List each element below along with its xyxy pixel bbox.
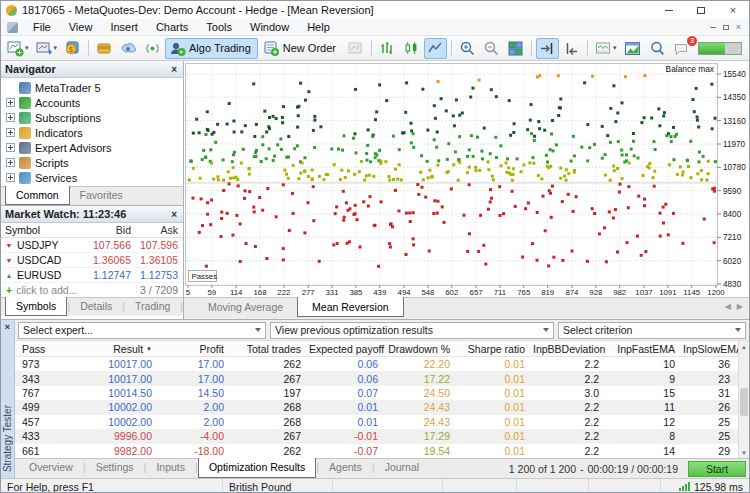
column-header-drawdown[interactable]: Drawdown % <box>386 343 458 355</box>
mdi-restore-button[interactable] <box>723 25 729 30</box>
tab-scroll-right-icon[interactable]: ▶ <box>737 302 743 311</box>
bar-chart-button[interactable] <box>376 38 399 59</box>
tree-item-accounts[interactable]: Accounts <box>1 95 183 110</box>
tile-windows-button[interactable] <box>504 38 527 59</box>
zoom-in-button[interactable] <box>456 38 479 59</box>
chart-shift-button[interactable] <box>536 38 559 59</box>
tester-tab-journal[interactable]: Journal <box>375 459 429 478</box>
tester-tab-inputs[interactable]: Inputs <box>146 459 195 478</box>
profiles-button[interactable]: ▾ <box>33 38 61 59</box>
tree-item-indicators[interactable]: Indicators <box>1 125 183 140</box>
notifications-button[interactable]: 3 <box>670 38 693 59</box>
result-row-pass-457[interactable]: 45710002.002.002680.0124.430.012.21225 <box>15 415 738 429</box>
column-header-profit[interactable]: Profit <box>160 343 232 355</box>
menu-insert[interactable]: Insert <box>101 20 147 34</box>
table-scrollbar[interactable]: ▲ ▼ <box>738 341 749 458</box>
line-chart-button[interactable] <box>424 38 447 59</box>
market-watch-row-usdjpy[interactable]: ▼USDJPY107.566107.596 <box>1 238 183 253</box>
menu-charts[interactable]: Charts <box>147 20 197 34</box>
expand-plus-icon[interactable] <box>6 173 15 182</box>
expand-plus-icon[interactable] <box>6 113 15 122</box>
chart-properties-button[interactable] <box>344 38 367 59</box>
column-header-result[interactable]: Result▼ <box>76 343 160 355</box>
start-button[interactable]: Start <box>688 461 746 477</box>
zoom-out-button[interactable] <box>480 38 503 59</box>
select-expert-dropdown[interactable]: Select expert... <box>18 322 266 339</box>
market-button[interactable]: $ <box>61 38 84 59</box>
column-symbol[interactable]: Symbol <box>1 224 75 236</box>
tester-tab-optimization-results[interactable]: Optimization Results <box>198 458 316 478</box>
chart-window-button[interactable] <box>621 38 644 59</box>
menu-window[interactable]: Window <box>241 20 298 34</box>
result-row-pass-433[interactable]: 4339996.00-4.00267-0.0117.290.012.2825 <box>15 429 738 443</box>
column-header-inpslowema[interactable]: InpSlowEMA <box>683 343 738 355</box>
algo-trading-button[interactable]: Algo Trading <box>165 38 258 59</box>
result-row-pass-973[interactable]: 97310017.0017.002620.0622.200.012.21036 <box>15 357 738 371</box>
auto-scroll-button[interactable] <box>560 38 583 59</box>
column-header-sharpe-ratio[interactable]: Sharpe ratio <box>458 343 533 355</box>
navigator-close-icon[interactable]: × <box>169 64 179 75</box>
strategy-tester-close-icon[interactable]: × <box>5 320 10 334</box>
menu-view[interactable]: View <box>60 20 102 34</box>
column-header-pass[interactable]: Pass <box>15 343 76 355</box>
tree-item-metatrader-5[interactable]: MetaTrader 5 <box>1 80 183 95</box>
result-row-pass-767[interactable]: 76710014.5014.501970.0724.500.013.01531 <box>15 386 738 400</box>
tester-tab-settings[interactable]: Settings <box>86 459 144 478</box>
connection-toggle[interactable] <box>698 42 742 55</box>
chart-tab-moving-average[interactable]: Moving Average <box>194 298 297 317</box>
tab-details[interactable]: Details <box>70 298 122 316</box>
menu-help[interactable]: Help <box>298 20 339 34</box>
result-row-pass-661[interactable]: 6619982.00-18.00262-0.0719.540.012.21429 <box>15 444 738 458</box>
close-button[interactable]: × <box>717 1 749 19</box>
tree-item-services[interactable]: Services <box>1 170 183 185</box>
scroll-down-icon[interactable]: ▼ <box>739 447 749 458</box>
tester-tab-overview[interactable]: Overview <box>19 459 83 478</box>
tab-common[interactable]: Common <box>5 186 70 205</box>
minimize-button[interactable] <box>653 1 685 19</box>
tab-scroll-left-icon[interactable]: ◀ <box>725 302 731 311</box>
expand-plus-icon[interactable] <box>6 98 15 107</box>
result-row-pass-499[interactable]: 49910002.002.002680.0124.430.012.21126 <box>15 400 738 414</box>
market-watch-row-eurusd[interactable]: ▲EURUSD1.127471.12753 <box>1 268 183 283</box>
mdi-close-button[interactable]: × <box>736 22 741 32</box>
scroll-up-icon[interactable]: ▲ <box>739 341 749 352</box>
candles-button[interactable] <box>400 38 423 59</box>
tab-trading[interactable]: Trading <box>125 298 180 316</box>
tester-tab-agents[interactable]: Agents <box>319 459 372 478</box>
column-header-expected-payoff[interactable]: Expected payoff <box>309 343 386 355</box>
column-header-inpfastema[interactable]: InpFastEMA <box>607 343 683 355</box>
tab-favorites[interactable]: Favorites <box>70 187 133 205</box>
new-chart-button[interactable]: ▾ <box>4 38 32 59</box>
column-header-total-trades[interactable]: Total trades <box>232 343 309 355</box>
tree-item-subscriptions[interactable]: Subscriptions <box>1 110 183 125</box>
menu-tools[interactable]: Tools <box>197 20 241 34</box>
tab-symbols[interactable]: Symbols <box>5 297 67 316</box>
scrollbar-track[interactable] <box>739 352 749 447</box>
tree-item-scripts[interactable]: Scripts <box>1 155 183 170</box>
expand-plus-icon[interactable] <box>6 128 15 137</box>
tree-item-expert-advisors[interactable]: Expert Advisors <box>1 140 183 155</box>
view-results-dropdown[interactable]: View previous optimization results <box>270 322 554 339</box>
search-button[interactable] <box>646 38 669 59</box>
new-order-button[interactable]: New Order <box>259 38 343 59</box>
market-watch-add-row[interactable]: + click to add... 3 / 7209 <box>1 283 183 297</box>
market-watch-row-usdcad[interactable]: ▼USDCAD1.360651.36105 <box>1 253 183 268</box>
column-ask[interactable]: Ask <box>131 224 183 236</box>
market-watch-close-icon[interactable]: × <box>169 209 179 220</box>
vps-button[interactable] <box>117 38 140 59</box>
menu-file[interactable]: File <box>24 20 60 34</box>
expand-plus-icon[interactable] <box>6 158 15 167</box>
chart-tab-mean-reversion[interactable]: Mean Reversion <box>297 297 403 317</box>
signals-button[interactable] <box>141 38 164 59</box>
expand-plus-icon[interactable] <box>6 143 15 152</box>
scrollbar-thumb[interactable] <box>740 388 748 416</box>
mdi-minimize-button[interactable] <box>710 27 716 28</box>
column-header-inpbbdeviation[interactable]: InpBBDeviation <box>533 343 607 355</box>
optimization-scatter-chart[interactable]: 1554014350131601197010780959084007210602… <box>184 61 750 297</box>
maximize-button[interactable] <box>685 1 717 19</box>
indicators-button[interactable]: ▾ <box>592 38 620 59</box>
column-bid[interactable]: Bid <box>75 224 131 236</box>
result-row-pass-343[interactable]: 34310017.0017.002670.0617.220.012.2923 <box>15 371 738 385</box>
deposit-button[interactable] <box>93 38 116 59</box>
select-criterion-dropdown[interactable]: Select criterion <box>558 322 746 339</box>
